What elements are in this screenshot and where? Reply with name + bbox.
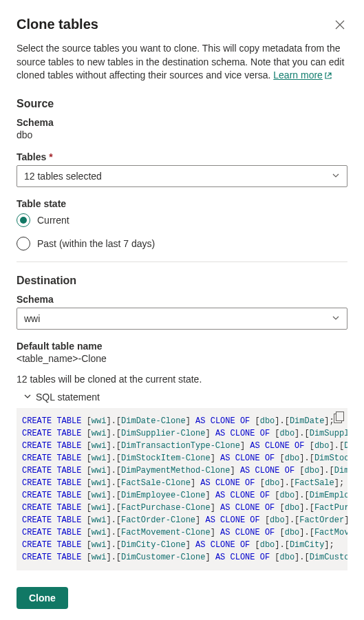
close-button[interactable]: [332, 17, 347, 32]
source-heading: Source: [17, 98, 347, 110]
tables-dropdown-value: 12 tables selected: [24, 171, 102, 182]
sql-line: CREATE TABLE [wwi].[DimTransactionType-C…: [22, 440, 342, 452]
default-table-name-value: <table_name>-Clone: [17, 353, 347, 364]
table-state-label: Table state: [17, 198, 347, 209]
learn-more-label: Learn more: [273, 70, 323, 81]
radio-circle-icon: [17, 213, 30, 227]
sql-line: CREATE TABLE [wwi].[FactSale-Clone] AS C…: [22, 477, 342, 489]
external-link-icon: [324, 70, 332, 84]
source-schema-label: Schema: [17, 117, 347, 128]
sql-line: CREATE TABLE [wwi].[DimDate-Clone] AS CL…: [22, 415, 342, 427]
sql-statement-expander[interactable]: SQL statement: [17, 392, 347, 403]
sql-line: CREATE TABLE [wwi].[DimPaymentMethod-Clo…: [22, 464, 342, 477]
sql-code-block: CREATE TABLE [wwi].[DimDate-Clone] AS CL…: [17, 408, 347, 570]
copy-icon[interactable]: [334, 414, 342, 423]
sql-line: CREATE TABLE [wwi].[FactMovement-Clone] …: [22, 526, 342, 539]
source-schema-value: dbo: [17, 129, 347, 140]
clone-button[interactable]: Clone: [17, 587, 68, 609]
tables-dropdown[interactable]: 12 tables selected: [17, 165, 347, 187]
destination-heading: Destination: [17, 275, 347, 287]
learn-more-link[interactable]: Learn more: [273, 70, 323, 81]
sql-line: CREATE TABLE [wwi].[FactPurchase-Clone] …: [22, 502, 342, 514]
sql-line: CREATE TABLE [wwi].[DimStockItem-Clone] …: [22, 452, 342, 464]
radio-past[interactable]: Past (within the last 7 days): [17, 237, 347, 250]
sql-statement-label: SQL statement: [36, 392, 100, 403]
intro-text: Select the source tables you want to clo…: [17, 42, 347, 84]
close-icon: [335, 20, 345, 30]
destination-schema-value: wwi: [24, 313, 40, 324]
chevron-down-icon: [332, 313, 340, 324]
clone-button-label: Clone: [29, 592, 56, 603]
chevron-down-icon: [332, 171, 340, 182]
sql-line: CREATE TABLE [wwi].[FactOrder-Clone] AS …: [22, 514, 342, 526]
radio-current[interactable]: Current: [17, 213, 347, 227]
destination-schema-label: Schema: [17, 294, 347, 305]
radio-past-label: Past (within the last 7 days): [37, 238, 155, 249]
table-state-radio-group: Current Past (within the last 7 days): [17, 213, 347, 250]
destination-schema-dropdown[interactable]: wwi: [17, 308, 347, 330]
default-table-name-label: Default table name: [17, 341, 347, 352]
chevron-down-icon: [23, 392, 32, 403]
radio-circle-icon: [17, 237, 30, 250]
section-divider: [17, 261, 347, 262]
clone-count-text: 12 tables will be cloned at the current …: [17, 374, 347, 385]
tables-label: Tables: [17, 151, 347, 162]
radio-current-label: Current: [37, 215, 69, 226]
sql-line: CREATE TABLE [wwi].[DimEmployee-Clone] A…: [22, 489, 342, 502]
sql-line: CREATE TABLE [wwi].[DimSupplier-Clone] A…: [22, 427, 342, 440]
sql-line: CREATE TABLE [wwi].[DimCity-Clone] AS CL…: [22, 539, 342, 551]
dialog-title: Clone tables: [17, 17, 98, 32]
sql-line: CREATE TABLE [wwi].[DimCustomer-Clone] A…: [22, 551, 342, 564]
